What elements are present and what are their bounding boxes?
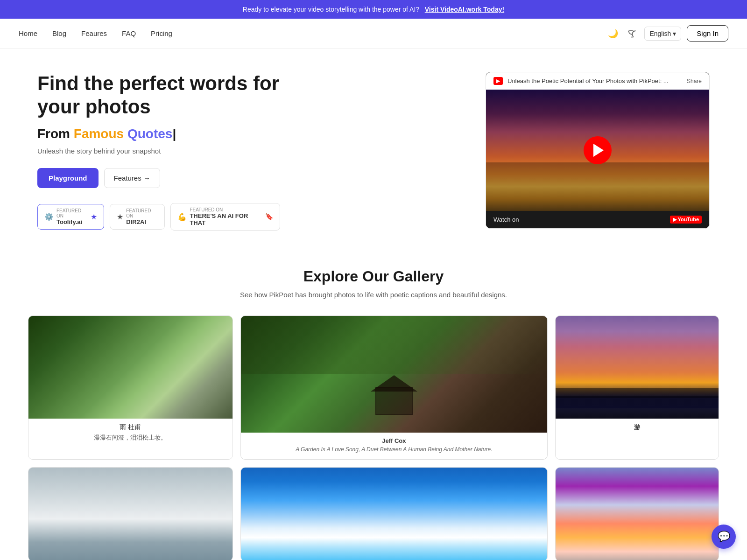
hero-title: Find the perfect words for your photos — [37, 72, 280, 119]
nav-pricing[interactable]: Pricing — [151, 29, 172, 37]
card-quote-waterfall: 瀑瀑石间澄，泪泪松上妆。 — [35, 434, 226, 442]
badge-label-2: FEATURED ON — [126, 208, 158, 218]
badge-label-1: FEATURED ON — [56, 208, 88, 218]
nav-faq[interactable]: FAQ — [122, 29, 136, 37]
hero-buttons: Playground Features → — [37, 168, 280, 188]
chat-icon: 💬 — [718, 531, 730, 543]
gallery-card-cloudy — [28, 467, 233, 560]
nav-left: Home Blog Feaures FAQ Pricing — [19, 29, 172, 37]
subtitle-famous: Famous — [74, 126, 124, 141]
gallery-card-waterfall: 雨 杜甫 瀑瀑石间澄，泪泪松上妆。 — [28, 315, 233, 460]
navbar: Home Blog Feaures FAQ Pricing 🌙 English … — [0, 19, 747, 49]
water-reflection — [556, 388, 719, 408]
ai-icon: 💪 — [177, 212, 187, 221]
dark-mode-toggle[interactable]: 🌙 — [606, 27, 620, 41]
yt-badge: ▶ YouTube — [670, 216, 702, 224]
top-banner: Ready to elevate your video storytelling… — [0, 0, 747, 19]
tree-overlay — [241, 316, 547, 374]
video-title: Unleash the Poetic Potential of Your Pho… — [507, 77, 682, 84]
video-title-bar: ▶ Unleash the Poetic Potential of Your P… — [486, 72, 709, 90]
badge-name-dir2ai: DIR2AI — [126, 218, 146, 225]
gallery-image-blue-clouds — [241, 468, 547, 560]
gallery-heading: Explore Our Gallery — [28, 268, 719, 285]
gallery-card-sunset: 游 — [555, 315, 719, 460]
dir2ai-icon: ★ — [117, 212, 123, 221]
hero-content: Find the perfect words for your photos F… — [37, 72, 280, 231]
bookmark-icon: 🔖 — [265, 213, 273, 220]
badge-name-ai: THERE'S AN AI FOR THAT — [190, 212, 248, 226]
gallery-row-1: 雨 杜甫 瀑瀑石间澄，泪泪松上妆。 Jeff Cox A Garden Is A… — [28, 315, 719, 460]
banner-cta[interactable]: Visit VideoAI.work Today! — [425, 6, 504, 13]
card-author-sunset: 游 — [562, 423, 712, 432]
card-quote-garden: A Garden Is A Love Song, A Duet Between … — [247, 446, 541, 453]
featured-badges: ⚙️ FEATURED ON Toolify.ai ★ ★ FEATURED O… — [37, 203, 280, 231]
gallery-image-purple-sunset — [556, 468, 719, 560]
features-button[interactable]: Features → — [104, 168, 160, 188]
video-thumbnail[interactable] — [486, 90, 709, 211]
youtube-logo: ▶ — [493, 77, 503, 85]
share-button[interactable]: Share — [687, 78, 702, 84]
card-caption-garden: Jeff Cox A Garden Is A Love Song, A Duet… — [241, 433, 547, 459]
hero-subtitle: From Famous Quotes| — [37, 126, 280, 141]
badge-name-toolify: Toolify.ai — [56, 218, 82, 225]
gallery-card-purple-sunset — [555, 467, 719, 560]
card-author-garden: Jeff Cox — [247, 437, 541, 444]
gallery-subtext: See how PikPoet has brought photos to li… — [28, 291, 719, 299]
video-play-button[interactable] — [584, 136, 612, 164]
subtitle-prefix: From — [37, 126, 74, 141]
gallery-section: Explore Our Gallery See how PikPoet has … — [0, 249, 747, 560]
language-selector[interactable]: English ▾ — [644, 27, 681, 41]
hero-section: Find the perfect words for your photos F… — [0, 49, 747, 249]
badge-dir2ai: ★ FEATURED ON DIR2AI — [110, 204, 165, 230]
nav-blog[interactable]: Blog — [52, 29, 66, 37]
gallery-row-2 — [28, 467, 719, 560]
card-caption-waterfall: 雨 杜甫 瀑瀑石间澄，泪泪松上妆。 — [28, 419, 233, 448]
gallery-image-cloudy — [28, 468, 233, 560]
chevron-down-icon: ▾ — [673, 30, 676, 37]
youtube-label: ▶ YouTube — [670, 216, 702, 224]
watch-on-label: Watch on — [493, 216, 519, 223]
gallery-image-waterfall — [28, 316, 233, 419]
nav-home[interactable]: Home — [19, 29, 37, 37]
chat-bubble-button[interactable]: 💬 — [712, 525, 736, 549]
card-author-waterfall: 雨 杜甫 — [35, 423, 226, 432]
gallery-card-blue-clouds — [240, 467, 548, 560]
nav-features[interactable]: Feaures — [81, 29, 107, 37]
video-bar: Watch on ▶ YouTube — [486, 211, 709, 228]
language-translate-icon[interactable] — [626, 27, 639, 40]
card-caption-sunset: 游 — [556, 419, 719, 440]
badge-label-3: FEATURED ON — [190, 207, 262, 212]
banner-text: Ready to elevate your video storytelling… — [243, 6, 419, 13]
hero-tagline: Unleash the story behind your snapshot — [37, 147, 280, 155]
sign-in-button[interactable]: Sign In — [687, 25, 728, 42]
video-container: ▶ Unleash the Poetic Potential of Your P… — [486, 72, 710, 229]
hero-video: ▶ Unleash the Poetic Potential of Your P… — [486, 72, 710, 229]
language-label: English — [649, 30, 671, 37]
toolify-star-icon: ★ — [91, 212, 97, 221]
badge-theresanai: 💪 FEATURED ON THERE'S AN AI FOR THAT 🔖 — [170, 203, 280, 231]
nav-right: 🌙 English ▾ Sign In — [606, 25, 728, 42]
subtitle-quotes: Quotes — [127, 126, 172, 141]
playground-button[interactable]: Playground — [37, 168, 99, 188]
gallery-card-garden: Jeff Cox A Garden Is A Love Song, A Duet… — [240, 315, 548, 460]
toolify-icon: ⚙️ — [44, 212, 54, 221]
badge-toolify: ⚙️ FEATURED ON Toolify.ai ★ — [37, 204, 104, 230]
gallery-image-sunset — [556, 316, 719, 419]
gazebo-body — [375, 387, 413, 415]
gallery-image-garden — [241, 316, 547, 433]
